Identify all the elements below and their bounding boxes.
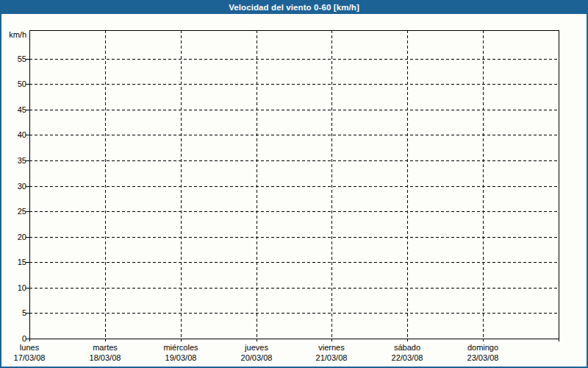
date-label: 17/03/08 xyxy=(0,353,70,363)
x-axis-label-jueves: jueves20/03/08 xyxy=(216,342,297,363)
x-axis-label-sábado: sábado22/03/08 xyxy=(367,342,448,363)
y-tick-label-55: 55 xyxy=(0,54,26,64)
day-name-label: martes xyxy=(65,342,146,353)
chart-title-bar: Velocidad del viento 0-60 [km/h] xyxy=(0,0,588,14)
y-tick-label-25: 25 xyxy=(0,206,26,216)
day-name-label: domingo xyxy=(442,342,523,353)
axis-labels-layer: 0510152025303540455055lunes17/03/08marte… xyxy=(0,0,588,368)
day-name-label: miércoles xyxy=(140,342,221,353)
x-axis-label-lunes: lunes17/03/08 xyxy=(0,342,70,363)
x-axis-label-miércoles: miércoles19/03/08 xyxy=(140,342,221,363)
y-tick-label-5: 5 xyxy=(0,308,26,318)
date-label: 18/03/08 xyxy=(65,353,146,363)
y-tick-label-50: 50 xyxy=(0,79,26,89)
y-tick-label-30: 30 xyxy=(0,181,26,191)
date-label: 19/03/08 xyxy=(140,353,221,363)
date-label: 20/03/08 xyxy=(216,353,297,363)
y-tick-label-45: 45 xyxy=(0,105,26,115)
y-tick-label-10: 10 xyxy=(0,283,26,293)
y-tick-label-35: 35 xyxy=(0,155,26,166)
date-label: 23/03/08 xyxy=(442,353,523,363)
y-tick-label-20: 20 xyxy=(0,232,26,242)
day-name-label: viernes xyxy=(291,342,372,353)
date-label: 21/03/08 xyxy=(291,353,372,363)
day-name-label: sábado xyxy=(367,342,448,353)
x-axis-label-martes: martes18/03/08 xyxy=(65,342,146,363)
day-name-label: jueves xyxy=(216,342,297,353)
chart-title: Velocidad del viento 0-60 [km/h] xyxy=(229,3,359,12)
y-tick-label-15: 15 xyxy=(0,257,26,267)
x-axis-label-domingo: domingo23/03/08 xyxy=(442,342,523,363)
day-name-label: lunes xyxy=(0,342,70,353)
x-axis-label-viernes: viernes21/03/08 xyxy=(291,342,372,363)
y-tick-label-40: 40 xyxy=(0,130,26,140)
date-label: 22/03/08 xyxy=(367,353,448,363)
